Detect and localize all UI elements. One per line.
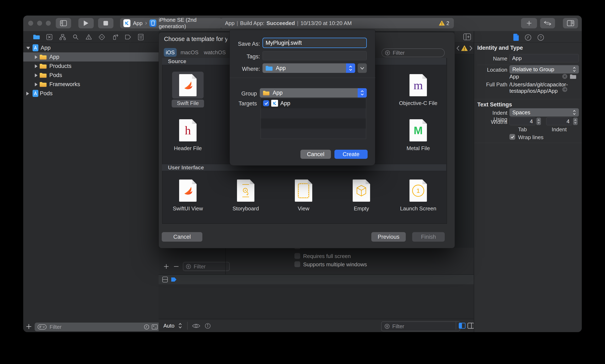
template-launch-screen[interactable]: 1 Launch Screen	[395, 180, 441, 212]
filter-placeholder: Filter	[50, 324, 62, 330]
tags-input[interactable]	[262, 51, 367, 60]
wrap-lines-checkbox[interactable]	[509, 134, 515, 140]
tab-watchos[interactable]: watchOS	[202, 48, 227, 57]
tab-debug-navigator[interactable]	[112, 34, 118, 40]
toggle-debug-area-icon[interactable]	[162, 276, 168, 283]
warning-icon	[439, 21, 445, 26]
name-field[interactable]: App	[509, 54, 579, 62]
save-as-input[interactable]: MyPlugin.swift	[262, 38, 367, 48]
activity-status-bar[interactable]: App | Build App: Succeeded | 10/13/20 at…	[220, 18, 454, 28]
navrow-label: App	[41, 45, 51, 51]
template-empty[interactable]: Empty	[339, 180, 384, 212]
tab-width-field[interactable]: 4	[509, 117, 536, 125]
sheet-cancel-button[interactable]: Cancel	[301, 150, 331, 159]
target-row-app[interactable]: App	[261, 98, 366, 108]
template-filter-input[interactable]: Filter	[382, 49, 445, 57]
group-popup[interactable]: App	[260, 88, 367, 98]
forward-icon[interactable]	[469, 45, 473, 51]
open-path-arrow-icon[interactable]	[562, 87, 568, 92]
template-metal-file[interactable]: M Metal File	[395, 119, 441, 152]
run-button[interactable]	[78, 18, 94, 28]
navrow-pods-folder[interactable]: Pods	[23, 71, 159, 80]
dialog-previous-button[interactable]: Previous	[371, 232, 406, 242]
disclosure-closed-icon[interactable]	[35, 74, 38, 77]
toggle-navigator-button[interactable]	[56, 18, 71, 28]
tab-source-control[interactable]	[46, 34, 53, 40]
targets-filter-input[interactable]: Filter	[183, 262, 230, 271]
toggle-inspector-button[interactable]	[563, 18, 578, 28]
tab-find-navigator[interactable]	[73, 34, 79, 40]
navrow-project-pods[interactable]: Pods	[23, 89, 159, 98]
dialog-cancel-button[interactable]: Cancel	[162, 232, 202, 242]
swift-icon	[182, 79, 194, 91]
warning-badge[interactable]: 2	[439, 20, 449, 26]
template-view[interactable]: View	[281, 180, 326, 212]
where-popup[interactable]: App	[262, 63, 355, 73]
tab-width-stepper[interactable]	[536, 117, 541, 125]
indent-width-stepper[interactable]	[573, 117, 578, 125]
add-file-button[interactable]	[26, 324, 32, 330]
template-header-file[interactable]: h Header File	[165, 119, 211, 152]
template-swiftui-view[interactable]: SwiftUI View	[165, 180, 211, 212]
location-popup[interactable]: Relative to Group	[509, 65, 579, 74]
info-icon[interactable]	[205, 323, 211, 329]
tab-report-navigator[interactable]	[138, 34, 144, 40]
show-variables-view-icon[interactable]	[459, 322, 466, 329]
stop-button[interactable]	[98, 18, 113, 28]
tab-macos[interactable]: macOS	[179, 48, 199, 57]
supports-multiple-windows-checkbox[interactable]	[294, 261, 300, 267]
library-add-button[interactable]	[521, 18, 537, 28]
template-storyboard[interactable]: Storyboard	[223, 180, 269, 212]
navigator-filter-input[interactable]: Filter	[35, 323, 161, 331]
tab-help-inspector[interactable]: ?	[537, 34, 544, 41]
breakpoints-toggle-icon[interactable]	[171, 277, 177, 282]
clear-location-icon[interactable]	[562, 74, 568, 79]
tab-ios[interactable]: iOS	[164, 48, 177, 57]
navrow-products[interactable]: Products	[23, 62, 159, 71]
console-filter-input[interactable]: Filter	[381, 321, 460, 331]
zoom-window-button[interactable]	[46, 21, 51, 26]
disclosure-closed-icon[interactable]	[35, 65, 38, 68]
disclosure-closed-icon[interactable]	[26, 92, 29, 95]
target-checkbox-checked[interactable]	[263, 100, 269, 106]
storyboard-icon	[241, 183, 251, 199]
tab-symbol-navigator[interactable]	[59, 34, 66, 40]
add-editor-button[interactable]	[463, 33, 471, 40]
navrow-frameworks[interactable]: Frameworks	[23, 80, 159, 89]
stop-icon	[103, 21, 108, 26]
sheet-create-button[interactable]: Create	[334, 150, 368, 159]
disclosure-closed-icon[interactable]	[35, 83, 38, 86]
warning-icon[interactable]	[461, 45, 468, 51]
template-swift-file[interactable]: Swift File	[165, 74, 211, 106]
swift-icon	[182, 185, 194, 196]
tab-project-navigator[interactable]	[33, 34, 40, 40]
requires-full-screen-checkbox[interactable]	[294, 253, 300, 259]
tab-breakpoint-navigator[interactable]	[125, 34, 131, 40]
tab-file-inspector[interactable]	[513, 34, 519, 41]
minimize-window-button[interactable]	[37, 21, 42, 26]
variables-view-mode[interactable]: Auto	[163, 323, 175, 329]
navrow-project-app[interactable]: App	[23, 43, 159, 52]
navrow-app-folder-selected[interactable]: App	[23, 52, 159, 62]
expand-sheet-button[interactable]	[358, 63, 367, 73]
back-icon[interactable]	[456, 45, 460, 51]
disclosure-closed-icon[interactable]	[35, 55, 38, 59]
disclosure-open-icon[interactable]	[26, 47, 30, 50]
template-objc-file[interactable]: m Objective-C File	[395, 74, 441, 106]
tab-test-navigator[interactable]	[99, 34, 105, 40]
scheme-selector[interactable]: App › iPhone SE (2nd generation)	[120, 18, 222, 28]
close-window-button[interactable]	[28, 21, 33, 26]
quicklook-eye-icon[interactable]	[192, 323, 201, 329]
scheme-destination-label: iPhone SE (2nd generation)	[159, 17, 219, 30]
indent-using-popup[interactable]: Spaces	[509, 108, 579, 117]
show-console-view-icon[interactable]	[467, 322, 474, 329]
indent-width-field[interactable]: 4	[546, 117, 572, 125]
chevron-updown-icon[interactable]	[178, 322, 182, 329]
tab-issue-navigator[interactable]	[86, 34, 92, 40]
add-target-button[interactable]	[163, 264, 169, 269]
editor-swap-button[interactable]	[540, 18, 555, 28]
tab-history-inspector[interactable]	[524, 34, 532, 41]
choose-folder-icon[interactable]	[569, 74, 577, 79]
dialog-finish-button[interactable]: Finish	[412, 232, 445, 242]
remove-target-button[interactable]	[173, 264, 179, 269]
